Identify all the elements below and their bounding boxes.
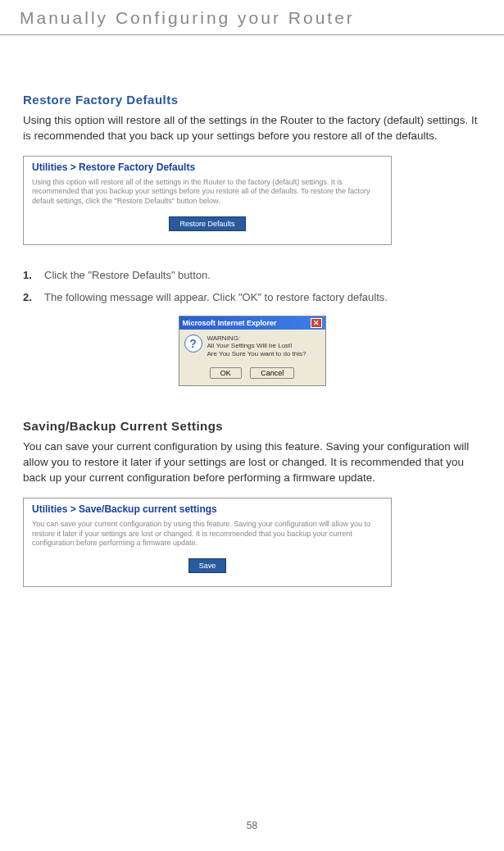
section1-title: Restore Factory Defaults (23, 93, 481, 107)
dialog-titlebar: Microsoft Internet Explorer ✕ (179, 316, 325, 330)
dialog-line1: WARNING: (207, 334, 306, 343)
confirm-dialog: Microsoft Internet Explorer ✕ ? WARNING:… (179, 316, 326, 387)
dialog-text: WARNING: All Your Settings Will be Lost!… (207, 334, 306, 358)
dialog-body: ? WARNING: All Your Settings Will be Los… (179, 330, 325, 362)
close-icon[interactable]: ✕ (311, 318, 322, 328)
step-number: 2. (23, 290, 44, 306)
section2-intro: You can save your current configuration … (23, 439, 481, 486)
save-backup-panel: Utilities > Save/Backup current settings… (23, 498, 392, 587)
dialog-title: Microsoft Internet Explorer (183, 319, 277, 327)
panel1-title: Utilities > Restore Factory Defaults (32, 162, 383, 173)
section2-title: Saving/Backup Current Settings (23, 419, 481, 433)
page-title: Manually Configuring your Router (20, 8, 504, 28)
panel1-button-row: Restore Defaults (32, 215, 383, 231)
dialog-line3: Are You Sure You want to do this? (207, 350, 306, 358)
dialog-line2: All Your Settings Will be Lost! (207, 342, 306, 350)
section1-intro: Using this option will restore all of th… (23, 113, 481, 144)
page-header: Manually Configuring your Router (0, 0, 504, 35)
dialog-buttons: OK Cancel (179, 361, 325, 385)
ok-button[interactable]: OK (210, 367, 242, 379)
dialog-wrap: Microsoft Internet Explorer ✕ ? WARNING:… (23, 316, 481, 387)
section2: Saving/Backup Current Settings You can s… (23, 419, 481, 587)
step-text: Click the "Restore Defaults" button. (44, 268, 481, 284)
cancel-button[interactable]: Cancel (250, 367, 294, 379)
restore-defaults-panel: Utilities > Restore Factory Defaults Usi… (23, 156, 392, 245)
step-1: 1. Click the "Restore Defaults" button. (23, 268, 481, 284)
step-text: The following message will appear. Click… (44, 290, 481, 306)
panel2-desc: You can save your current configuration … (32, 520, 383, 548)
content: Restore Factory Defaults Using this opti… (0, 35, 504, 587)
save-button[interactable]: Save (188, 558, 227, 573)
panel2-title: Utilities > Save/Backup current settings (32, 503, 383, 515)
page-number: 58 (0, 820, 504, 831)
step-2: 2. The following message will appear. Cl… (23, 290, 481, 306)
step-number: 1. (23, 268, 44, 284)
panel2-button-row: Save (32, 557, 383, 573)
question-icon: ? (184, 334, 202, 353)
steps-list: 1. Click the "Restore Defaults" button. … (23, 268, 481, 306)
restore-defaults-button[interactable]: Restore Defaults (169, 216, 245, 231)
panel1-desc: Using this option will restore all of th… (32, 178, 383, 207)
